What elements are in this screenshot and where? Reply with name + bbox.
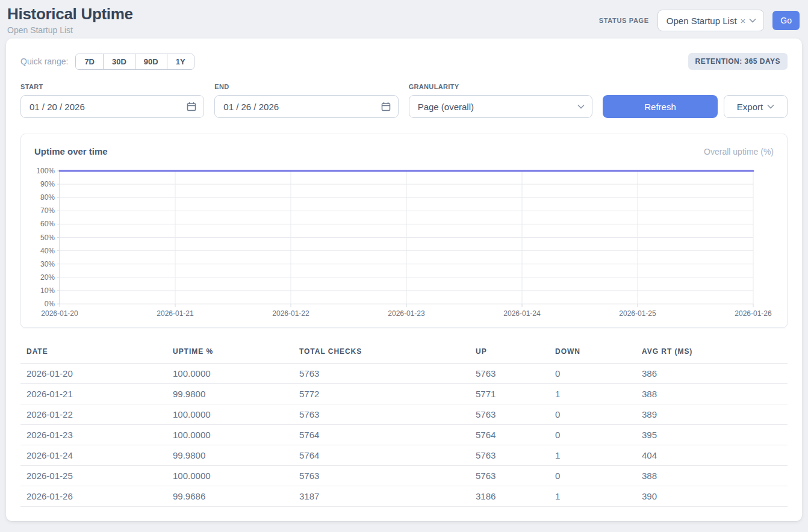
calendar-icon[interactable] bbox=[381, 102, 391, 111]
cell-rt: 386 bbox=[636, 363, 788, 384]
main-panel: Quick range: 7D30D90D1Y RETENTION: 365 D… bbox=[6, 39, 802, 521]
svg-text:40%: 40% bbox=[40, 247, 55, 255]
svg-text:0%: 0% bbox=[45, 300, 55, 308]
svg-text:90%: 90% bbox=[40, 180, 55, 188]
svg-text:80%: 80% bbox=[40, 193, 55, 202]
svg-text:100%: 100% bbox=[36, 167, 55, 175]
go-button[interactable]: Go bbox=[772, 11, 800, 30]
quick-range-90d[interactable]: 90D bbox=[135, 54, 167, 69]
cell-uptime: 100.0000 bbox=[167, 404, 293, 425]
table-body: 2026-01-20100.00005763576303862026-01-21… bbox=[20, 363, 788, 507]
end-date-input[interactable]: 01 / 26 / 2026 bbox=[214, 95, 398, 118]
cell-uptime: 100.0000 bbox=[167, 466, 293, 486]
cell-date: 2026-01-25 bbox=[20, 466, 167, 486]
cell-uptime: 99.9800 bbox=[167, 445, 293, 466]
svg-text:50%: 50% bbox=[40, 234, 55, 242]
uptime-table: DATEUPTIME %TOTAL CHECKSUPDOWNAVG RT (MS… bbox=[20, 342, 788, 507]
cell-date: 2026-01-26 bbox=[20, 486, 167, 507]
cell-checks: 5763 bbox=[293, 363, 470, 384]
chevron-down-icon bbox=[767, 104, 774, 109]
table-row: 2026-01-22100.0000576357630389 bbox=[20, 404, 788, 425]
table-row: 2026-01-2699.9686318731861390 bbox=[20, 486, 788, 507]
cell-down: 1 bbox=[549, 445, 636, 466]
granularity-select[interactable]: Page (overall) bbox=[409, 95, 592, 118]
calendar-icon[interactable] bbox=[187, 102, 196, 111]
top-header: Historical Uptime Open Startup List STAT… bbox=[0, 0, 808, 39]
start-label: START bbox=[20, 83, 204, 90]
cell-checks: 5764 bbox=[293, 445, 470, 466]
status-page-label: STATUS PAGE bbox=[599, 17, 649, 24]
cell-rt: 390 bbox=[636, 486, 788, 507]
granularity-value: Page (overall) bbox=[418, 102, 474, 112]
column-header-date: DATE bbox=[20, 342, 167, 363]
cell-up: 5763 bbox=[470, 466, 549, 486]
chevron-down-icon bbox=[577, 104, 585, 109]
cell-date: 2026-01-24 bbox=[20, 445, 167, 466]
table-row: 2026-01-23100.0000576457640395 bbox=[20, 425, 788, 445]
controls-row: START 01 / 20 / 2026 END 01 / 26 / 2026 … bbox=[20, 83, 788, 118]
column-header-rt: AVG RT (MS) bbox=[636, 342, 788, 363]
cell-checks: 5763 bbox=[293, 404, 470, 425]
table-row: 2026-01-25100.0000576357630388 bbox=[20, 466, 788, 486]
cell-rt: 388 bbox=[636, 384, 788, 404]
column-header-uptime: UPTIME % bbox=[167, 342, 293, 363]
page-title: Historical Uptime bbox=[7, 5, 133, 23]
svg-text:2026-01-25: 2026-01-25 bbox=[619, 309, 656, 318]
quick-range-30d[interactable]: 30D bbox=[103, 54, 135, 69]
cell-down: 1 bbox=[549, 384, 636, 404]
clear-icon[interactable]: × bbox=[741, 16, 746, 25]
table-row: 2026-01-2499.9800576457631404 bbox=[20, 445, 788, 466]
quick-range-7d[interactable]: 7D bbox=[76, 54, 103, 69]
cell-uptime: 99.9800 bbox=[167, 384, 293, 404]
refresh-button[interactable]: Refresh bbox=[603, 95, 718, 118]
cell-up: 5771 bbox=[470, 384, 549, 404]
cell-date: 2026-01-21 bbox=[20, 384, 167, 404]
cell-up: 3186 bbox=[470, 486, 549, 507]
svg-text:2026-01-21: 2026-01-21 bbox=[157, 309, 194, 318]
status-page-controls: STATUS PAGE Open Startup List × Go bbox=[599, 10, 800, 31]
export-button[interactable]: Export bbox=[724, 95, 788, 118]
table-row: 2026-01-20100.0000576357630386 bbox=[20, 363, 788, 384]
cell-up: 5764 bbox=[470, 425, 549, 445]
svg-text:70%: 70% bbox=[40, 206, 55, 215]
cell-uptime: 100.0000 bbox=[167, 363, 293, 384]
svg-text:30%: 30% bbox=[40, 260, 55, 268]
uptime-chart-card: Uptime over time Overall uptime (%) 100%… bbox=[20, 134, 788, 328]
start-date-value: 01 / 20 / 2026 bbox=[30, 102, 85, 112]
cell-checks: 5764 bbox=[293, 425, 470, 445]
table-header: DATEUPTIME %TOTAL CHECKSUPDOWNAVG RT (MS… bbox=[20, 342, 788, 363]
end-field: END 01 / 26 / 2026 bbox=[214, 83, 398, 118]
end-date-value: 01 / 26 / 2026 bbox=[223, 102, 279, 112]
chart-title: Uptime over time bbox=[34, 146, 108, 156]
cell-checks: 3187 bbox=[293, 486, 470, 507]
cell-down: 0 bbox=[549, 466, 636, 486]
cell-date: 2026-01-23 bbox=[20, 425, 167, 445]
start-date-input[interactable]: 01 / 20 / 2026 bbox=[20, 95, 204, 118]
svg-text:20%: 20% bbox=[40, 273, 55, 282]
title-block: Historical Uptime Open Startup List bbox=[7, 5, 133, 35]
cell-checks: 5772 bbox=[293, 384, 470, 404]
status-page-select[interactable]: Open Startup List × bbox=[657, 10, 765, 31]
page-subtitle: Open Startup List bbox=[7, 25, 133, 35]
granularity-field: GRANULARITY Page (overall) bbox=[409, 83, 592, 118]
cell-up: 5763 bbox=[470, 363, 549, 384]
cell-date: 2026-01-20 bbox=[20, 363, 167, 384]
granularity-label: GRANULARITY bbox=[409, 83, 592, 90]
quick-range-1y[interactable]: 1Y bbox=[167, 54, 194, 69]
quick-range-label: Quick range: bbox=[20, 57, 68, 66]
cell-date: 2026-01-22 bbox=[20, 404, 167, 425]
column-header-down: DOWN bbox=[549, 342, 636, 363]
uptime-line-chart: 100%90%80%70%60%50%40%30%20%10%0%2026-01… bbox=[33, 164, 776, 319]
start-field: START 01 / 20 / 2026 bbox=[20, 83, 204, 118]
svg-text:10%: 10% bbox=[40, 286, 55, 295]
svg-text:2026-01-24: 2026-01-24 bbox=[503, 309, 541, 318]
export-label: Export bbox=[737, 102, 763, 112]
svg-text:2026-01-26: 2026-01-26 bbox=[735, 309, 772, 318]
cell-uptime: 100.0000 bbox=[167, 425, 293, 445]
cell-down: 1 bbox=[549, 486, 636, 507]
cell-up: 5763 bbox=[470, 445, 549, 466]
svg-text:60%: 60% bbox=[40, 220, 55, 228]
cell-rt: 389 bbox=[636, 404, 788, 425]
status-page-value: Open Startup List bbox=[667, 16, 737, 26]
cell-down: 0 bbox=[549, 404, 636, 425]
